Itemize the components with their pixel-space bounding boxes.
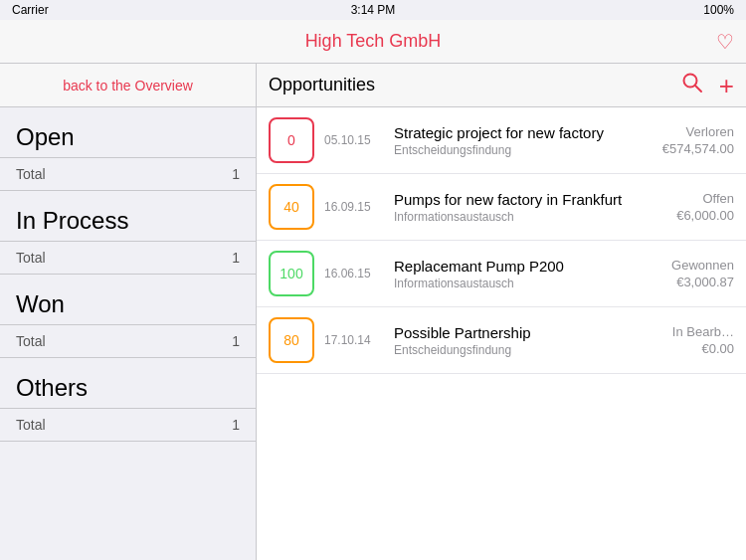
total-label-open: Total	[16, 166, 46, 182]
table-row[interactable]: 80 17.10.14 Possible Partnership Entsche…	[257, 307, 746, 374]
opp-amount-3: €0.00	[672, 341, 734, 356]
opp-subtitle-0: Entscheidungsfindung	[394, 143, 654, 157]
nav-bar: High Tech GmbH ♡	[0, 20, 746, 64]
total-label-won: Total	[16, 333, 46, 349]
section-header-others: Others	[0, 358, 256, 408]
opp-middle-3: Possible Partnership Entscheidungsfindun…	[394, 324, 664, 357]
opp-subtitle-1: Informationsaustausch	[394, 210, 668, 224]
opp-right-3: In Bearb… €0.00	[672, 324, 734, 356]
opp-status-3: In Bearb…	[672, 324, 734, 339]
section-header-open: Open	[0, 107, 256, 157]
total-row-won[interactable]: Total 1	[0, 324, 256, 358]
opp-middle-2: Replacemant Pump P200 Informationsaustau…	[394, 258, 663, 290]
time-label: 3:14 PM	[351, 3, 396, 17]
opp-right-2: Gewonnen €3,000.87	[671, 258, 734, 289]
date-2: 16.06.15	[324, 267, 382, 280]
opp-title-3: Possible Partnership	[394, 324, 664, 341]
date-1: 16.09.15	[324, 200, 382, 214]
opp-status-2: Gewonnen	[671, 258, 734, 273]
badge-1: 40	[269, 184, 314, 230]
opp-title-1: Pumps for new factory in Frankfurt	[394, 191, 668, 208]
opportunities-list: 0 05.10.15 Strategic project for new fac…	[257, 107, 746, 560]
opp-amount-2: €3,000.87	[671, 275, 734, 289]
badge-0: 0	[269, 117, 314, 163]
opp-title-0: Strategic project for new factory	[394, 124, 654, 141]
nav-title: High Tech GmbH	[305, 31, 442, 52]
total-value-others: 1	[232, 417, 240, 433]
table-row[interactable]: 40 16.09.15 Pumps for new factory in Fra…	[257, 174, 746, 241]
search-icon[interactable]	[681, 72, 703, 98]
status-right: 100%	[703, 3, 734, 17]
opp-title-2: Replacemant Pump P200	[394, 258, 663, 275]
badge-2: 100	[269, 251, 314, 296]
opp-middle-0: Strategic project for new factory Entsch…	[394, 124, 654, 157]
opportunities-title: Opportunities	[269, 75, 681, 95]
header-actions: +	[681, 72, 734, 98]
total-value-won: 1	[232, 333, 240, 349]
opp-amount-1: €6,000.00	[676, 208, 734, 223]
back-button[interactable]: back to the Overview	[0, 64, 256, 107]
opp-middle-1: Pumps for new factory in Frankfurt Infor…	[394, 191, 668, 224]
table-row[interactable]: 0 05.10.15 Strategic project for new fac…	[257, 107, 746, 174]
total-label-inprocess: Total	[16, 250, 46, 266]
total-value-inprocess: 1	[232, 250, 240, 266]
opp-subtitle-3: Entscheidungsfindung	[394, 343, 664, 357]
total-label-others: Total	[16, 417, 46, 433]
opp-subtitle-2: Informationsaustausch	[394, 277, 663, 290]
date-3: 17.10.14	[324, 333, 382, 347]
add-icon[interactable]: +	[719, 73, 734, 98]
opp-amount-0: €574,574.00	[662, 141, 734, 156]
total-row-inprocess[interactable]: Total 1	[0, 241, 256, 275]
right-header: Opportunities +	[257, 64, 746, 107]
opp-right-1: Offen €6,000.00	[676, 191, 734, 223]
badge-3: 80	[269, 317, 314, 363]
date-0: 05.10.15	[324, 133, 382, 147]
total-value-open: 1	[232, 166, 240, 182]
table-row[interactable]: 100 16.06.15 Replacemant Pump P200 Infor…	[257, 241, 746, 307]
battery-label: 100%	[703, 3, 734, 17]
carrier-label: Carrier	[12, 3, 49, 17]
section-header-inprocess: In Process	[0, 191, 256, 241]
status-bar: Carrier 3:14 PM 100%	[0, 0, 746, 20]
svg-line-1	[695, 86, 701, 92]
total-row-others[interactable]: Total 1	[0, 408, 256, 442]
opp-status-0: Verloren	[662, 124, 734, 139]
total-row-open[interactable]: Total 1	[0, 157, 256, 191]
heart-icon[interactable]: ♡	[716, 30, 734, 54]
section-header-won: Won	[0, 275, 256, 324]
main-content: back to the Overview Open Total 1 In Pro…	[0, 64, 746, 560]
opp-right-0: Verloren €574,574.00	[662, 124, 734, 156]
opp-status-1: Offen	[676, 191, 734, 206]
right-panel: Opportunities + 0 05.10.15 Strat	[257, 64, 746, 560]
sidebar: back to the Overview Open Total 1 In Pro…	[0, 64, 257, 560]
